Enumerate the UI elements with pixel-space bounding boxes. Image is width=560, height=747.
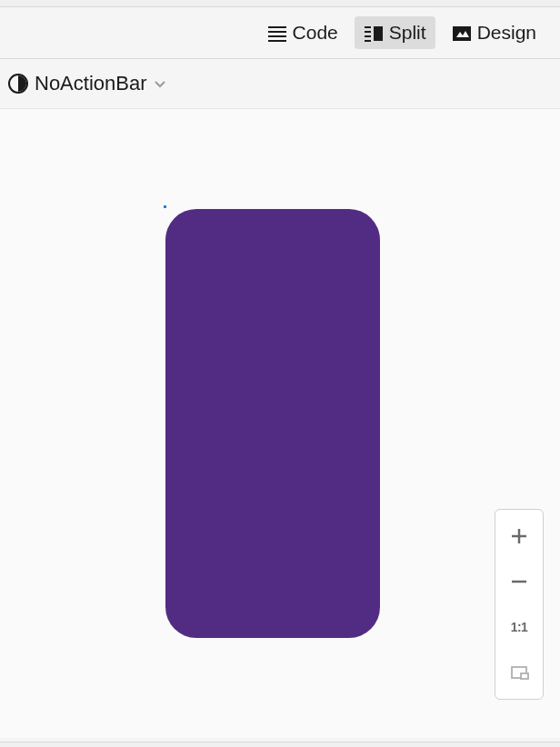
chevron-down-icon: [153, 76, 167, 91]
minus-icon: [509, 572, 529, 592]
svg-rect-8: [374, 26, 383, 41]
zoom-in-button[interactable]: [497, 513, 541, 559]
view-mode-toolbar: Code Split Design: [0, 7, 560, 59]
view-mode-code-button[interactable]: Code: [258, 16, 347, 49]
zoom-fit-button[interactable]: [497, 650, 541, 695]
zoom-out-button[interactable]: [497, 559, 541, 604]
theme-selector-button[interactable]: NoActionBar: [7, 72, 167, 95]
view-mode-design-button[interactable]: Design: [443, 16, 545, 49]
bottom-separator: [0, 742, 560, 747]
theme-icon: [7, 73, 29, 95]
config-toolbar: NoActionBar: [0, 59, 560, 109]
theme-label: NoActionBar: [35, 72, 147, 95]
device-preview[interactable]: [165, 209, 380, 638]
view-mode-design-label: Design: [477, 22, 536, 44]
split-icon: [364, 25, 384, 41]
zoom-1to1-label: 1:1: [511, 620, 528, 634]
zoom-1to1-button[interactable]: 1:1: [497, 604, 541, 650]
view-mode-code-label: Code: [293, 22, 338, 44]
design-canvas[interactable]: 1:1: [0, 109, 560, 738]
view-mode-split-label: Split: [389, 22, 426, 44]
view-mode-split-button[interactable]: Split: [355, 16, 435, 49]
zoom-panel: 1:1: [495, 509, 544, 700]
svg-rect-16: [521, 673, 528, 679]
origin-marker: [164, 205, 166, 208]
design-icon: [452, 25, 472, 41]
fit-screen-icon: [509, 662, 529, 682]
code-icon: [267, 25, 287, 41]
plus-icon: [509, 526, 529, 546]
svg-rect-9: [453, 26, 471, 41]
top-separator: [0, 0, 560, 7]
